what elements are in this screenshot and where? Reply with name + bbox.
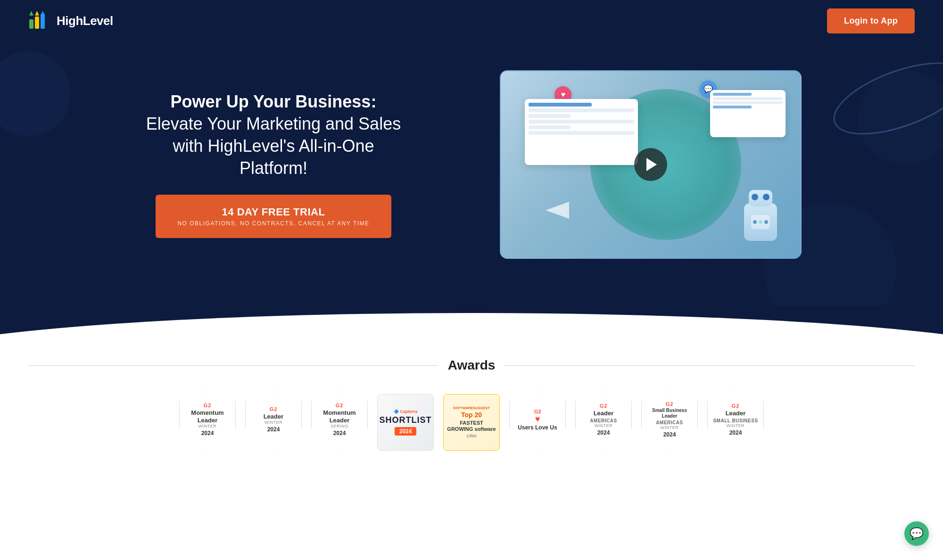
play-button[interactable] — [634, 148, 667, 181]
robot-illustration — [732, 194, 789, 250]
play-triangle-icon — [646, 158, 657, 171]
hero-left: Power Up Your Business: Elevate Your Mar… — [141, 91, 405, 238]
badge-g2-momentum-spring: G2 MomentumLeader SPRING 2024 — [311, 392, 368, 453]
paper-plane-decoration — [546, 202, 574, 221]
awards-line-left — [28, 365, 438, 366]
cta-button[interactable]: 14 DAY FREE TRIAL NO OBLIGATIONS, NO CON… — [156, 195, 391, 238]
badge-ss-fastest-growing: SoftwareSuggest Top 20 FASTEST GROWING s… — [443, 394, 500, 451]
hero-title-bold: Power Up Your Business: — [141, 91, 405, 113]
video-panel[interactable]: ♥ 💬 ★ — [500, 70, 802, 259]
svg-rect-0 — [29, 19, 33, 29]
svg-marker-1 — [29, 11, 33, 16]
video-panel-inner: ♥ 💬 ★ — [501, 71, 801, 258]
badge-capterra-shortlist: 🔷 Capterra SHORTLIST 2024 — [377, 394, 434, 451]
awards-header: Awards — [28, 358, 915, 373]
logo-icon — [28, 13, 52, 30]
svg-marker-5 — [41, 11, 45, 16]
awards-line-right — [505, 365, 915, 366]
hero-content: Power Up Your Business: Elevate Your Mar… — [141, 70, 802, 259]
badge-g2-leader-small-biz: G2 Leader Small Business WINTER 2024 — [707, 392, 764, 453]
cta-main-text: 14 DAY FREE TRIAL — [222, 206, 325, 218]
awards-grid: G2 MomentumLeader WINTER 2024 G2 Leader … — [28, 392, 915, 453]
badge-g2-leader-americas: G2 Leader Americas WINTER 2024 — [575, 392, 632, 453]
login-button[interactable]: Login to App — [827, 8, 915, 33]
logo-text: HighLevel — [57, 14, 113, 28]
navbar: HighLevel Login to App — [0, 0, 943, 42]
svg-marker-3 — [35, 11, 39, 16]
badge-g2-momentum-winter: G2 MomentumLeader WINTER 2024 — [179, 392, 236, 453]
ui-card-small — [710, 90, 786, 137]
cta-sub-text: NO OBLIGATIONS, NO CONTRACTS, CANCEL AT … — [174, 220, 372, 227]
awards-section: Awards G2 MomentumLeader WINTER 2024 G2 … — [0, 334, 943, 481]
ui-card-main — [525, 99, 638, 165]
hero-title: Power Up Your Business: Elevate Your Mar… — [141, 91, 405, 179]
awards-title: Awards — [448, 358, 496, 373]
hero-title-normal: Elevate Your Marketing and Sales with Hi… — [141, 113, 405, 179]
badge-g2-leader-winter: G2 Leader WINTER 2024 — [245, 392, 302, 453]
svg-rect-4 — [41, 14, 45, 29]
decorative-blob-left — [0, 51, 71, 136]
svg-rect-2 — [35, 16, 39, 29]
badge-g2-users-love: G2 ♥ Users Love Us — [509, 392, 566, 453]
badge-g2-small-biz-leader-americas: G2 Small BusinessLeader Americas WINTER … — [641, 392, 698, 453]
hero-section: Power Up Your Business: Elevate Your Mar… — [0, 42, 943, 306]
wave-divider — [0, 306, 943, 334]
logo[interactable]: HighLevel — [28, 13, 113, 30]
